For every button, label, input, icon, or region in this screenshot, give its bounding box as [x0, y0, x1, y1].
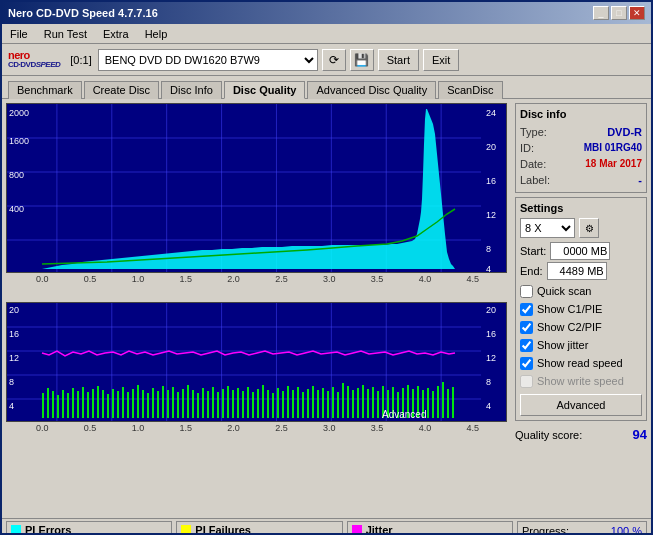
end-field[interactable]	[547, 262, 607, 280]
svg-rect-64	[152, 388, 154, 418]
show-c1pie-checkbox[interactable]	[520, 303, 533, 316]
svg-text:400: 400	[9, 204, 24, 214]
tab-disc-info[interactable]: Disc Info	[161, 81, 222, 99]
svg-text:16: 16	[486, 329, 496, 339]
svg-rect-73	[197, 393, 199, 418]
show-c2pif-row: Show C2/PIF	[520, 318, 642, 336]
logo: nero CD·DVDSPEED	[8, 50, 60, 69]
svg-rect-79	[227, 386, 229, 418]
save-icon[interactable]: 💾	[350, 49, 374, 71]
tab-advanced-disc-quality[interactable]: Advanced Disc Quality	[307, 81, 436, 99]
exit-button[interactable]: Exit	[423, 49, 459, 71]
svg-rect-84	[252, 392, 254, 418]
svg-text:20: 20	[486, 142, 496, 152]
close-button[interactable]: ✕	[629, 6, 645, 20]
svg-rect-52	[92, 389, 94, 418]
tab-scandisc[interactable]: ScanDisc	[438, 81, 502, 99]
disc-date-row: Date: 18 Mar 2017	[520, 156, 642, 172]
drive-select[interactable]: BENQ DVD DD DW1620 B7W9	[98, 49, 318, 71]
sidebar: Disc info Type: DVD-R ID: MBI 01RG40 Dat…	[511, 99, 651, 518]
svg-text:12: 12	[486, 353, 496, 363]
svg-text:4: 4	[486, 401, 491, 411]
svg-rect-101	[337, 392, 339, 418]
svg-rect-51	[87, 392, 89, 418]
svg-rect-119	[427, 388, 429, 418]
disc-info-title: Disc info	[520, 108, 642, 120]
show-write-speed-row: Show write speed	[520, 372, 642, 390]
svg-rect-77	[217, 392, 219, 418]
svg-text:8: 8	[486, 244, 491, 254]
svg-rect-90	[282, 391, 284, 418]
svg-rect-106	[362, 385, 364, 418]
svg-rect-43	[47, 388, 49, 418]
svg-rect-91	[287, 386, 289, 418]
tab-create-disc[interactable]: Create Disc	[84, 81, 159, 99]
disc-type-row: Type: DVD-R	[520, 124, 642, 140]
tab-disc-quality[interactable]: Disc Quality	[224, 81, 306, 99]
svg-rect-124	[452, 387, 454, 418]
svg-rect-122	[442, 382, 444, 418]
settings-section: Settings 8 X ⚙ Start: End: Qui	[515, 197, 647, 421]
top-chart: 2000 1600 800 400 24 20	[6, 103, 507, 273]
svg-rect-45	[57, 395, 59, 418]
svg-text:20: 20	[486, 305, 496, 315]
svg-text:20: 20	[9, 305, 19, 315]
refresh-icon[interactable]: ⟳	[322, 49, 346, 71]
maximize-button[interactable]: □	[611, 6, 627, 20]
settings-icon[interactable]: ⚙	[579, 218, 599, 238]
svg-rect-44	[52, 391, 54, 418]
svg-text:8: 8	[486, 377, 491, 387]
pi-errors-group: PI Errors Average: 207.03 Maximum: 1295 …	[6, 521, 172, 535]
progress-section: Progress: 100 % Position: 4488 MB Speed:…	[517, 521, 647, 535]
svg-rect-121	[437, 386, 439, 418]
show-read-speed-checkbox[interactable]	[520, 357, 533, 370]
title-buttons: _ □ ✕	[593, 6, 645, 20]
start-button[interactable]: Start	[378, 49, 419, 71]
toolbar: nero CD·DVDSPEED [0:1] BENQ DVD DD DW162…	[2, 44, 651, 76]
svg-rect-108	[372, 387, 374, 418]
svg-rect-57	[117, 391, 119, 418]
speed-row: 8 X ⚙	[520, 218, 642, 238]
svg-rect-109	[377, 391, 379, 418]
show-c1pie-row: Show C1/PIE	[520, 300, 642, 318]
svg-rect-99	[327, 391, 329, 418]
minimize-button[interactable]: _	[593, 6, 609, 20]
pi-failures-group: PI Failures Average: 0.07 Maximum: 11 To…	[176, 521, 342, 535]
svg-rect-88	[272, 393, 274, 418]
svg-rect-67	[167, 390, 169, 418]
svg-rect-72	[192, 390, 194, 418]
svg-rect-82	[242, 391, 244, 418]
pi-errors-color	[11, 525, 21, 535]
speed-select[interactable]: 8 X	[520, 218, 575, 238]
svg-rect-92	[292, 390, 294, 418]
pi-failures-color	[181, 525, 191, 535]
jitter-group: Jitter Average: 11.60 % Maximum: 14.0 % …	[347, 521, 513, 535]
svg-rect-49	[77, 391, 79, 418]
svg-text:8: 8	[9, 377, 14, 387]
svg-text:Advanced: Advanced	[382, 409, 426, 420]
start-field[interactable]	[550, 242, 610, 260]
show-jitter-checkbox[interactable]	[520, 339, 533, 352]
quick-scan-checkbox[interactable]	[520, 285, 533, 298]
svg-rect-123	[447, 389, 449, 418]
svg-rect-83	[247, 387, 249, 418]
show-c2pif-checkbox[interactable]	[520, 321, 533, 334]
menu-runtest[interactable]: Run Test	[40, 27, 91, 41]
menu-file[interactable]: File	[6, 27, 32, 41]
advanced-button[interactable]: Advanced	[520, 394, 642, 416]
svg-rect-107	[367, 389, 369, 418]
tab-bar: Benchmark Create Disc Disc Info Disc Qua…	[2, 76, 651, 98]
disc-id-row: ID: MBI 01RG40	[520, 140, 642, 156]
svg-text:4: 4	[486, 264, 491, 273]
svg-text:16: 16	[9, 329, 19, 339]
bottom-chart-wrapper: 20 16 12 8 4	[6, 302, 507, 433]
menu-help[interactable]: Help	[141, 27, 172, 41]
tab-benchmark[interactable]: Benchmark	[8, 81, 82, 99]
svg-rect-96	[312, 386, 314, 418]
svg-rect-95	[307, 389, 309, 418]
menu-extra[interactable]: Extra	[99, 27, 133, 41]
svg-rect-62	[142, 390, 144, 418]
main-window: Nero CD-DVD Speed 4.7.7.16 _ □ ✕ File Ru…	[0, 0, 653, 535]
settings-title: Settings	[520, 202, 642, 214]
svg-rect-70	[182, 389, 184, 418]
